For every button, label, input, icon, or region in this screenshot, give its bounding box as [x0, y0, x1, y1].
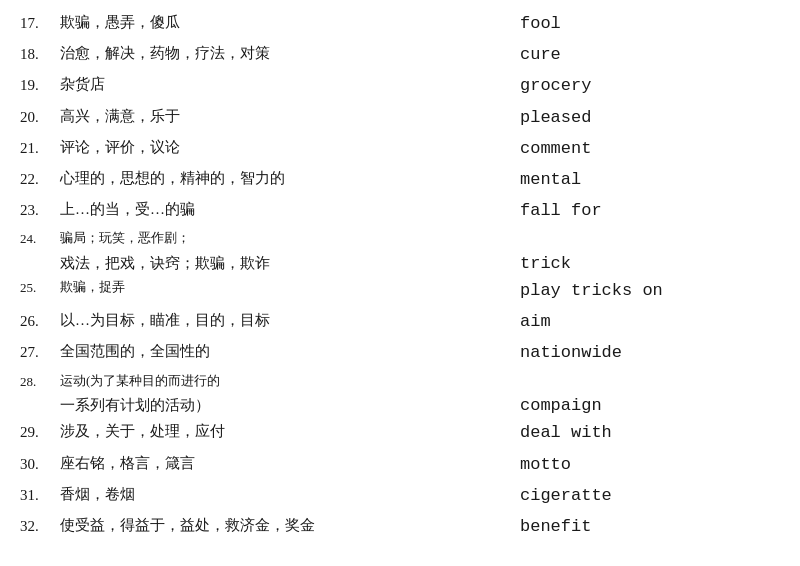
- item-number: 18.: [20, 41, 60, 66]
- item-number: 23.: [20, 197, 60, 222]
- item-number: 28.: [20, 371, 60, 393]
- item-number: 26.: [20, 308, 60, 333]
- item-english: deal with: [500, 419, 780, 446]
- item-english: cure: [500, 41, 780, 68]
- item-chinese: 高兴，满意，乐于: [60, 104, 500, 128]
- list-item: 21. 评论，评价，议论 comment: [20, 135, 780, 162]
- item-english: benefit: [500, 513, 780, 540]
- item-chinese: 涉及，关于，处理，应付: [60, 419, 500, 443]
- item-english: motto: [500, 451, 780, 478]
- item-english: grocery: [500, 72, 780, 99]
- item-number: 21.: [20, 135, 60, 160]
- item-english: cigeratte: [500, 482, 780, 509]
- item-chinese: 评论，评价，议论: [60, 135, 500, 159]
- list-item: 18. 治愈，解决，药物，疗法，对策 cure: [20, 41, 780, 68]
- item-chinese: 治愈，解决，药物，疗法，对策: [60, 41, 500, 65]
- item-number: 20.: [20, 104, 60, 129]
- item-number: 27.: [20, 339, 60, 364]
- item-chinese: 上…的当，受…的骗: [60, 197, 500, 221]
- list-item: 26. 以…为目标，瞄准，目的，目标 aim: [20, 308, 780, 335]
- item-chinese: 欺骗，愚弄，傻瓜: [60, 10, 500, 34]
- list-item: 31. 香烟，卷烟 cigeratte: [20, 482, 780, 509]
- list-item: 24. 骗局；玩笑，恶作剧；: [20, 228, 780, 250]
- list-item: 27. 全国范围的，全国性的 nationwide: [20, 339, 780, 366]
- list-item: 30. 座右铭，格言，箴言 motto: [20, 451, 780, 478]
- item-chinese: 一系列有计划的活动）: [60, 396, 500, 415]
- item-chinese: 骗局；玩笑，恶作剧；: [60, 228, 780, 249]
- item-english: fool: [500, 10, 780, 37]
- item-english: pleased: [500, 104, 780, 131]
- list-item: 23. 上…的当，受…的骗 fall for: [20, 197, 780, 224]
- item-english: mental: [500, 166, 780, 193]
- item-english: fall for: [500, 197, 780, 224]
- item-chinese: 运动(为了某种目的而进行的: [60, 371, 780, 392]
- list-item: 32. 使受益，得益于，益处，救济金，奖金 benefit: [20, 513, 780, 540]
- item-number: 30.: [20, 451, 60, 476]
- list-item: 25. 欺骗，捉弄 play tricks on: [20, 277, 780, 304]
- list-item: 22. 心理的，思想的，精神的，智力的 mental: [20, 166, 780, 193]
- item-number: 19.: [20, 72, 60, 97]
- list-item: 19. 杂货店 grocery: [20, 72, 780, 99]
- vocabulary-list: 17. 欺骗，愚弄，傻瓜 fool 18. 治愈，解决，药物，疗法，对策 cur…: [20, 10, 780, 540]
- item-chinese: 戏法，把戏，诀窍；欺骗，欺诈: [60, 254, 500, 273]
- item-chinese: 心理的，思想的，精神的，智力的: [60, 166, 500, 190]
- item-chinese: 以…为目标，瞄准，目的，目标: [60, 308, 500, 332]
- list-item: 17. 欺骗，愚弄，傻瓜 fool: [20, 10, 780, 37]
- list-item: 20. 高兴，满意，乐于 pleased: [20, 104, 780, 131]
- item-english: aim: [500, 308, 780, 335]
- list-item: 一系列有计划的活动） compaign: [20, 396, 780, 415]
- item-chinese: 座右铭，格言，箴言: [60, 451, 500, 475]
- list-item: 29. 涉及，关于，处理，应付 deal with: [20, 419, 780, 446]
- list-item: 戏法，把戏，诀窍；欺骗，欺诈 trick: [20, 254, 780, 273]
- item-number: 24.: [20, 228, 60, 250]
- item-chinese: 杂货店: [60, 72, 500, 96]
- item-chinese: 使受益，得益于，益处，救济金，奖金: [60, 513, 500, 537]
- item-number: 29.: [20, 419, 60, 444]
- item-number: 22.: [20, 166, 60, 191]
- item-english: play tricks on: [500, 277, 780, 304]
- item-number: 25.: [20, 277, 60, 299]
- item-chinese: 香烟，卷烟: [60, 482, 500, 506]
- item-chinese: 全国范围的，全国性的: [60, 339, 500, 363]
- list-item: 28. 运动(为了某种目的而进行的: [20, 371, 780, 393]
- item-chinese: 欺骗，捉弄: [60, 277, 500, 298]
- item-english: nationwide: [500, 339, 780, 366]
- item-english: compaign: [500, 396, 780, 415]
- item-number: 17.: [20, 10, 60, 35]
- item-number: 32.: [20, 513, 60, 538]
- item-number: 31.: [20, 482, 60, 507]
- item-english: trick: [500, 254, 780, 273]
- item-english: comment: [500, 135, 780, 162]
